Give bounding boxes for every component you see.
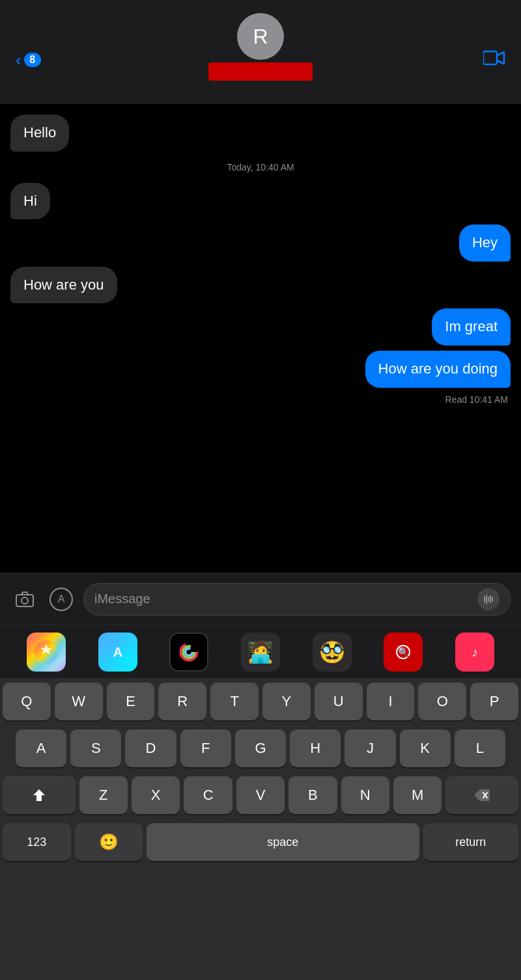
key-l[interactable]: L	[455, 729, 505, 767]
contact-name-bar	[208, 62, 313, 81]
svg-rect-1	[16, 595, 33, 606]
key-n[interactable]: N	[341, 776, 389, 814]
svg-text:A: A	[113, 645, 122, 659]
keyboard-row-3: Z X C V B N M	[0, 772, 521, 819]
keyboard: Q W E R T Y U I O P A S D F G H J K L Z …	[0, 678, 521, 980]
received-bubble: Hi	[10, 183, 50, 220]
key-g[interactable]: G	[235, 729, 286, 767]
shift-key[interactable]	[3, 776, 76, 814]
audio-button[interactable]	[477, 588, 500, 610]
svg-rect-6	[486, 595, 487, 604]
back-button[interactable]: ‹ 8	[16, 50, 41, 70]
back-badge: 8	[24, 53, 41, 67]
keyboard-row-1: Q W E R T Y U I O P	[0, 678, 521, 725]
key-s[interactable]: S	[70, 729, 121, 767]
key-p[interactable]: P	[470, 683, 518, 720]
key-r[interactable]: R	[158, 683, 206, 720]
emoji-key[interactable]: 🙂	[75, 823, 143, 861]
num-key[interactable]: 123	[3, 823, 71, 861]
camera-button[interactable]	[10, 585, 39, 614]
svg-rect-5	[484, 596, 485, 603]
shazam-app-icon[interactable]: 🔍	[384, 633, 423, 672]
key-c[interactable]: C	[184, 776, 232, 814]
music-app-icon[interactable]: ♪	[455, 633, 494, 672]
key-y[interactable]: Y	[262, 683, 311, 720]
key-i[interactable]: I	[367, 683, 415, 720]
svg-text:A: A	[58, 593, 65, 605]
key-h[interactable]: H	[290, 729, 341, 767]
key-q[interactable]: Q	[3, 683, 51, 720]
svg-rect-7	[488, 597, 489, 602]
space-key[interactable]: space	[147, 823, 419, 861]
appstore-app-icon[interactable]: A	[98, 633, 137, 672]
svg-rect-8	[490, 595, 491, 603]
back-chevron-icon: ‹	[16, 50, 21, 70]
sent-bubble: Hey	[459, 225, 511, 262]
message-input-field[interactable]: iMessage	[83, 583, 511, 616]
key-z[interactable]: Z	[79, 776, 128, 814]
input-bar: A iMessage	[0, 573, 521, 625]
key-u[interactable]: U	[315, 683, 363, 720]
timestamp-label: Today, 10:40 AM	[10, 162, 511, 172]
app-drawer: A 🧑‍💻 🥸 🔍 ♪	[0, 625, 521, 678]
received-bubble: Hello	[10, 115, 69, 152]
key-o[interactable]: O	[418, 683, 466, 720]
header: ‹ 8 R	[0, 0, 521, 104]
received-bubble: How are you	[10, 267, 117, 304]
fitness-app-icon[interactable]	[169, 633, 208, 672]
keyboard-row-2: A S D F G H J K L	[0, 725, 521, 772]
key-e[interactable]: E	[107, 683, 155, 720]
message-row: How are you doing	[10, 351, 511, 388]
svg-point-2	[21, 597, 28, 604]
svg-rect-9	[492, 597, 493, 602]
message-placeholder: iMessage	[94, 592, 472, 606]
message-row: How are you	[10, 267, 511, 304]
delete-key[interactable]	[445, 776, 518, 814]
message-row: Hey	[10, 225, 511, 262]
key-x[interactable]: X	[132, 776, 180, 814]
key-v[interactable]: V	[236, 776, 285, 814]
keyboard-bottom-row: 123 🙂 space return	[0, 819, 521, 865]
key-d[interactable]: D	[125, 729, 176, 767]
avatar: R	[237, 13, 284, 60]
svg-text:♪: ♪	[472, 645, 478, 659]
message-row: Hello	[10, 115, 511, 152]
memoji2-app-icon[interactable]: 🥸	[313, 633, 352, 672]
key-a[interactable]: A	[16, 729, 66, 767]
key-k[interactable]: K	[400, 729, 451, 767]
memoji-app-icon[interactable]: 🧑‍💻	[241, 633, 280, 672]
key-w[interactable]: W	[55, 683, 103, 720]
key-m[interactable]: M	[393, 776, 442, 814]
message-row: Hi	[10, 183, 511, 220]
photos-app-icon[interactable]	[27, 633, 66, 672]
return-key[interactable]: return	[423, 823, 518, 861]
apps-button[interactable]: A	[47, 585, 76, 614]
svg-text:🔍: 🔍	[398, 647, 410, 658]
key-j[interactable]: J	[345, 729, 395, 767]
read-receipt: Read 10:41 AM	[10, 394, 511, 405]
key-b[interactable]: B	[289, 776, 337, 814]
video-call-button[interactable]	[483, 49, 505, 70]
message-row: Im great	[10, 308, 511, 346]
key-t[interactable]: T	[210, 683, 259, 720]
messages-area: Hello Today, 10:40 AM Hi Hey How are you…	[0, 104, 521, 573]
sent-bubble: Im great	[432, 308, 511, 346]
key-f[interactable]: F	[180, 729, 231, 767]
sent-bubble: How are you doing	[365, 351, 511, 388]
contact-info[interactable]: R	[208, 13, 313, 81]
svg-rect-0	[483, 51, 497, 64]
